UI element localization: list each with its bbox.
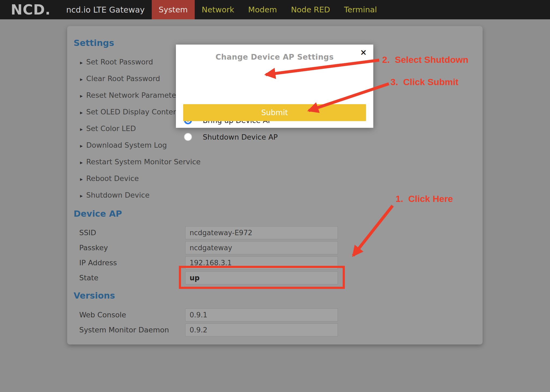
top-nav: NCD. ncd.io LTE Gateway SystemNetworkMod…: [0, 0, 550, 19]
tab-modem[interactable]: Modem: [241, 0, 284, 19]
setting-item-reboot-device[interactable]: ▸Reboot Device: [80, 170, 201, 187]
caret-right-icon: ▸: [80, 76, 83, 82]
nav-tabs: SystemNetworkModemNode REDTerminal: [152, 0, 384, 19]
field-value-passkey[interactable]: ncdgateway: [185, 241, 338, 254]
tab-node-red[interactable]: Node RED: [284, 0, 337, 19]
setting-item-label: Set Color LED: [86, 124, 136, 133]
setting-item-label: Set OLED Display Content: [86, 108, 180, 116]
caret-right-icon: ▸: [80, 93, 83, 99]
state-highlight-box: [179, 266, 345, 289]
tab-network[interactable]: Network: [195, 0, 241, 19]
caret-right-icon: ▸: [80, 159, 83, 166]
setting-item-label: Set Root Password: [86, 58, 153, 66]
setting-item-restart-system-monitor-service[interactable]: ▸Restart System Monitor Service: [80, 154, 201, 170]
field-value-ssid[interactable]: ncdgateway-E972: [185, 226, 338, 239]
setting-item-label: Reset Network Parameters: [86, 91, 183, 99]
caret-right-icon: ▸: [80, 193, 83, 199]
field-label-system-monitor-daemon: System Monitor Daemon: [79, 324, 169, 336]
radio-shutdown-device-ap[interactable]: [184, 133, 192, 141]
app-title: ncd.io LTE Gateway: [66, 5, 145, 14]
field-label-passkey: Passkey: [79, 241, 108, 254]
option-row-shutdown-device-ap: Shutdown Device AP: [176, 133, 373, 141]
field-label-web-console: Web Console: [79, 308, 126, 321]
caret-right-icon: ▸: [80, 176, 83, 182]
page: NCD. ncd.io LTE Gateway SystemNetworkMod…: [0, 0, 550, 392]
field-value-web-console[interactable]: 0.9.1: [185, 308, 338, 321]
setting-item-label: Download System Log: [86, 141, 167, 149]
ncd-logo: NCD.: [11, 0, 51, 19]
modal-title: Change Device AP Settings: [176, 53, 373, 61]
tab-system[interactable]: System: [152, 0, 195, 19]
setting-item-label: Restart System Monitor Service: [86, 158, 201, 166]
caret-right-icon: ▸: [80, 59, 83, 66]
close-icon[interactable]: ×: [360, 48, 367, 57]
field-label-ssid: SSID: [79, 226, 96, 239]
device-ap-heading: Device AP: [74, 209, 122, 219]
setting-item-shutdown-device[interactable]: ▸Shutdown Device: [80, 187, 201, 204]
caret-right-icon: ▸: [80, 109, 83, 116]
caret-right-icon: ▸: [80, 143, 83, 149]
setting-item-label: Clear Root Password: [86, 74, 160, 83]
tab-terminal[interactable]: Terminal: [337, 0, 384, 19]
field-label-ip-address: IP Address: [79, 256, 117, 269]
versions-heading: Versions: [74, 291, 115, 301]
field-value-system-monitor-daemon[interactable]: 0.9.2: [185, 324, 338, 336]
setting-item-label: Reboot Device: [86, 174, 139, 183]
setting-item-label: Shutdown Device: [86, 191, 150, 199]
submit-button[interactable]: Submit: [183, 104, 366, 121]
settings-heading: Settings: [74, 38, 114, 48]
option-label-shutdown-device-ap[interactable]: Shutdown Device AP: [203, 133, 278, 141]
change-device-ap-modal: Change Device AP Settings × Bring up Dev…: [176, 45, 373, 128]
caret-right-icon: ▸: [80, 126, 83, 132]
field-label-state: State: [79, 271, 98, 284]
